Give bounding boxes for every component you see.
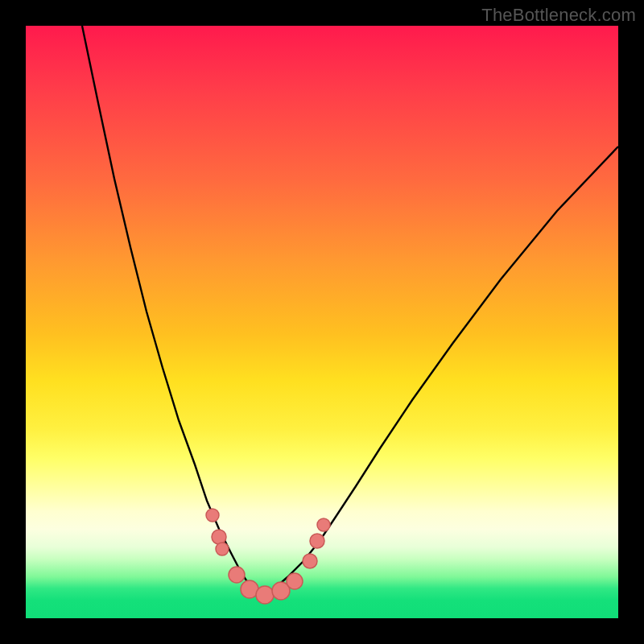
curve-marker: [212, 530, 226, 544]
bottleneck-curve: [82, 26, 618, 593]
watermark-text: TheBottleneck.com: [481, 5, 636, 26]
curve-marker: [317, 518, 330, 531]
curve-marker: [229, 567, 245, 583]
curve-marker: [303, 554, 317, 568]
curve-marker: [216, 543, 229, 555]
curve-marker: [310, 534, 324, 548]
curve-marker: [256, 586, 274, 604]
curve-markers: [206, 509, 330, 604]
chart-frame: TheBottleneck.com: [0, 0, 644, 644]
curve-layer: [26, 26, 618, 618]
plot-area: [26, 26, 618, 618]
curve-marker: [206, 509, 219, 522]
curve-marker: [287, 573, 303, 589]
